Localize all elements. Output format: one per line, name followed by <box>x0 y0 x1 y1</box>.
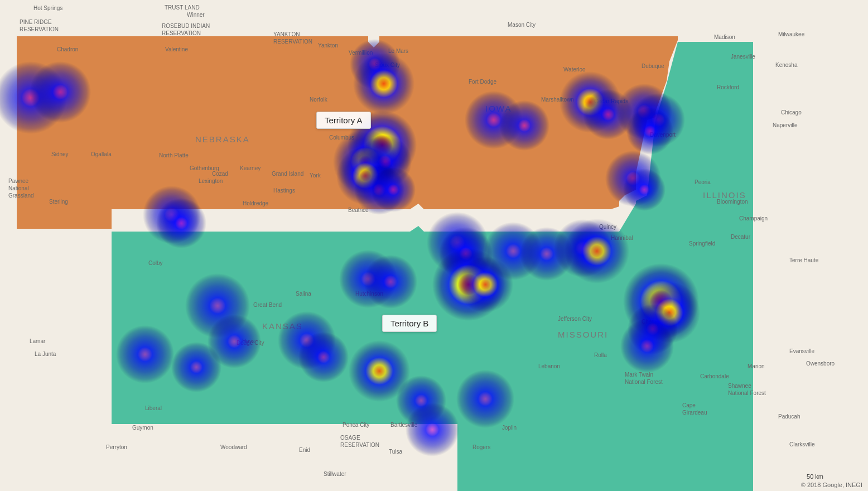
scale-bar: 50 km <box>807 473 823 480</box>
map-copyright: © 2018 Google, INEGI <box>801 482 862 488</box>
heatmap-canvas <box>0 0 868 491</box>
map-container: NEBRASKAIOWAKANSASMISSOURIILLINOISOSAGE … <box>0 0 868 491</box>
